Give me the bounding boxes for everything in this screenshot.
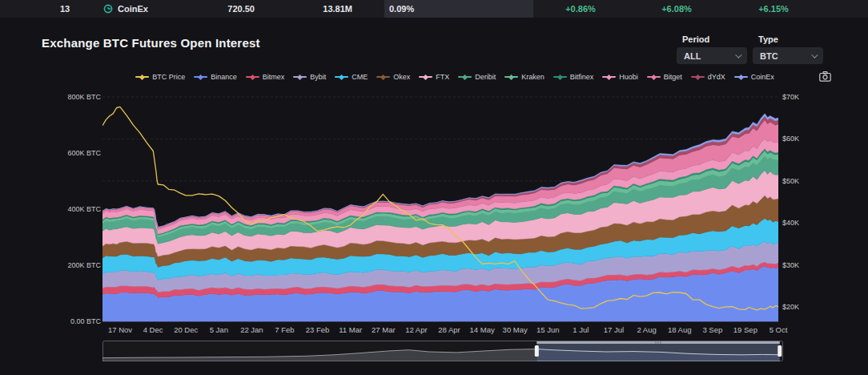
y-right-tick-label: $20K [782,303,799,311]
x-tick-label: 18 Aug [668,325,692,334]
main-chart-plot-area[interactable] [102,95,778,322]
type-label: Type [758,34,778,44]
legend-item-label: Deribit [475,73,496,81]
x-tick-label: 2 Aug [637,325,656,334]
legend-item-label: Kraken [521,73,545,81]
legend-item-label: Bitfinex [570,73,594,81]
change-24h-cell: +6.15% [733,0,814,18]
legend-item-label: Bybit [310,73,326,81]
y-right-tick-label: $30K [782,261,799,269]
legend-item-label: Bitmex [263,73,285,81]
y-left-tick-label: 0.00 BTC [70,317,101,325]
exchange-name: CoinEx [118,0,148,18]
legend-marker-icon [504,75,518,80]
legend-item-label: Huobi [619,73,638,81]
x-tick-label: 4 Dec [143,325,163,334]
legend-item-binance[interactable]: Binance [194,73,237,81]
legend-marker-icon [246,75,259,80]
legend-item-dydx[interactable]: dYdX [691,73,725,81]
type-value: BTC [760,51,778,61]
camera-icon [819,71,831,82]
legend-item-bitfinex[interactable]: Bitfinex [553,73,594,81]
legend-marker-icon [602,75,616,80]
legend-item-label: Bitget [664,73,682,81]
legend-item-label: Binance [211,73,237,81]
y-left-tick-label: 400K BTC [67,205,101,213]
legend-item-btc-price[interactable]: BTC Price [135,73,185,81]
x-tick-label: 15 Jun [536,325,560,334]
oi-share-cell-highlighted: 0.09% [384,0,533,18]
screenshot-camera-button[interactable] [817,69,833,83]
chevron-down-icon [735,51,741,58]
y-left-tick-label: 200K BTC [67,261,101,269]
legend-marker-icon [553,75,567,80]
volume-cell: 13.81M [272,0,352,18]
legend-item-label: CME [352,73,368,81]
y-left-tick-label: 600K BTC [67,149,101,157]
navigator-handle-left[interactable] [535,345,539,357]
change-1h-cell: +0.86% [540,0,621,18]
x-tick-label: 22 Jan [240,325,263,334]
legend-marker-icon [647,75,661,80]
type-dropdown[interactable]: BTC [753,47,823,64]
x-tick-label: 20 Dec [174,325,198,334]
legend-marker-icon [135,75,149,80]
y-left-tick-label: 800K BTC [67,93,101,101]
legend-item-cme[interactable]: CME [335,73,368,81]
legend-item-bitget[interactable]: Bitget [647,73,682,81]
x-tick-label: 17 Nov [108,325,132,334]
legend-item-deribit[interactable]: Deribit [458,73,496,81]
legend-item-label: Okex [393,73,410,81]
x-tick-label: 12 Apr [405,325,427,334]
legend-marker-icon [293,75,307,80]
legend-item-bitmex[interactable]: Bitmex [246,73,285,81]
x-tick-label: 5 Jan [210,325,228,334]
legend-item-okex[interactable]: Okex [376,73,410,81]
legend-marker-icon [376,75,390,80]
x-tick-label: 23 Feb [306,325,330,334]
price-cell: 720.50 [175,0,255,18]
legend-marker-icon [691,75,705,80]
legend-item-coinex[interactable]: CoinEx [734,73,774,81]
chevron-down-icon [811,51,818,58]
legend-marker-icon [335,75,348,80]
y-right-tick-label: $40K [782,219,799,227]
x-tick-label: 17 Jul [604,325,624,334]
navigator-handle-right[interactable] [778,345,782,357]
rank-cell: 13 [56,0,74,18]
table-row-coinex[interactable]: 13 CoinEx 720.50 13.81M 0.09% +0.86% +6.… [0,0,868,18]
legend-item-label: BTC Price [152,73,185,81]
y-right-tick-label: $50K [782,177,799,185]
x-tick-label: 5 Oct [770,325,788,334]
legend-item-huobi[interactable]: Huobi [602,73,638,81]
y-right-tick-label: $70K [782,93,799,101]
legend-item-label: CoinEx [751,73,774,81]
x-tick-label: 27 Mar [372,325,396,334]
legend-item-label: FTX [436,73,449,81]
legend-item-label: dYdX [708,73,725,81]
page-title: Exchange BTC Futures Open Interest [42,36,260,50]
legend-item-kraken[interactable]: Kraken [504,73,545,81]
period-label: Period [682,34,709,44]
legend-marker-icon [458,75,472,80]
x-tick-label: 30 May [503,325,528,334]
coinex-logo-icon [103,4,113,14]
legend-item-ftx[interactable]: FTX [419,73,449,81]
x-tick-label: 28 Apr [438,325,460,334]
chart-legend: BTC PriceBinanceBitmexBybitCMEOkexFTXDer… [102,71,807,83]
period-value: ALL [684,51,701,61]
change-4h-cell: +6.08% [637,0,717,18]
x-tick-label: 19 Sep [733,325,757,334]
legend-marker-icon [194,75,207,80]
x-tick-label: 14 May [470,325,495,334]
x-tick-label: 7 Feb [275,325,294,334]
period-dropdown[interactable]: ALL [677,47,747,64]
x-tick-label: 3 Sep [702,325,722,334]
exchange-cell[interactable]: CoinEx [103,0,148,18]
legend-item-bybit[interactable]: Bybit [293,73,326,81]
x-tick-label: 1 Jul [573,325,589,334]
y-right-tick-label: $60K [782,135,799,143]
x-tick-label: 11 Mar [339,325,362,334]
range-navigator[interactable] [102,341,783,361]
legend-marker-icon [734,75,748,80]
